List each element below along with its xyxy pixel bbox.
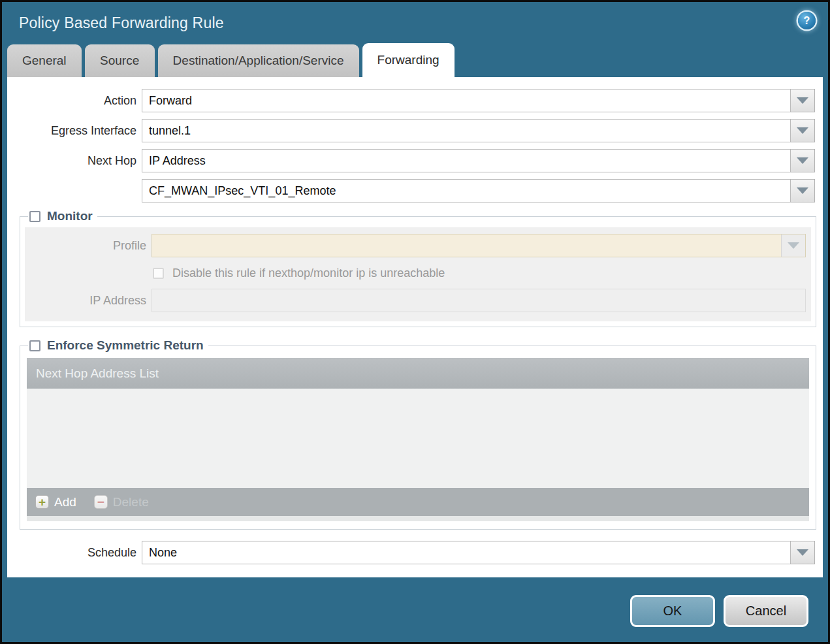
- action-dropdown-button[interactable]: [790, 89, 814, 112]
- tab-content-forwarding: Action Forward Egress Interface tunnel.1: [7, 77, 823, 577]
- dialog-window: Policy Based Forwarding Rule ? General S…: [0, 0, 830, 644]
- monitor-ip-address-label: IP Address: [25, 294, 146, 308]
- disable-rule-row: Disable this rule if nexthop/monitor ip …: [153, 263, 811, 283]
- monitor-group: Monitor Profile Disable: [20, 209, 816, 327]
- schedule-dropdown[interactable]: None: [142, 541, 815, 564]
- ok-button[interactable]: OK: [630, 595, 715, 627]
- table-scrollbar-track: [27, 516, 809, 521]
- cancel-button[interactable]: Cancel: [724, 595, 808, 627]
- policy-based-forwarding-dialog: Policy Based Forwarding Rule ? General S…: [2, 2, 828, 642]
- profile-label: Profile: [25, 239, 146, 253]
- monitor-checkbox[interactable]: [29, 211, 40, 222]
- tab-forwarding[interactable]: Forwarding: [362, 43, 455, 77]
- next-hop-address-list-header: Next Hop Address List: [27, 358, 809, 389]
- next-hop-address-value: CF_MWAN_IPsec_VTI_01_Remote: [142, 180, 790, 202]
- action-value: Forward: [142, 89, 790, 112]
- egress-interface-dropdown[interactable]: tunnel.1: [142, 119, 815, 142]
- next-hop-address-dropdown[interactable]: CF_MWAN_IPsec_VTI_01_Remote: [142, 179, 815, 202]
- dialog-footer: OK Cancel: [2, 577, 828, 642]
- profile-value: [152, 234, 781, 257]
- schedule-label: Schedule: [7, 546, 136, 560]
- schedule-value: None: [142, 541, 790, 564]
- chevron-down-icon: [788, 242, 799, 249]
- next-hop-type-value: IP Address: [142, 150, 790, 172]
- disable-rule-checkbox: [153, 268, 164, 279]
- action-row: Action Forward: [7, 89, 815, 112]
- next-hop-row: Next Hop IP Address: [7, 149, 815, 172]
- next-hop-label: Next Hop: [7, 154, 136, 168]
- tab-bar: General Source Destination/Application/S…: [2, 44, 828, 77]
- next-hop-address-row: CF_MWAN_IPsec_VTI_01_Remote: [7, 179, 815, 202]
- schedule-dropdown-button[interactable]: [790, 541, 814, 564]
- chevron-down-icon: [797, 157, 808, 164]
- next-hop-address-list-body: [27, 389, 809, 488]
- action-dropdown[interactable]: Forward: [142, 89, 815, 112]
- help-icon[interactable]: ?: [798, 12, 816, 29]
- enforce-symmetric-return-legend-label: Enforce Symmetric Return: [47, 338, 204, 353]
- next-hop-type-dropdown-button[interactable]: [790, 150, 814, 172]
- next-hop-address-dropdown-button[interactable]: [790, 180, 814, 202]
- minus-icon: −: [94, 495, 108, 509]
- tab-destination-application-service[interactable]: Destination/Application/Service: [158, 44, 359, 77]
- tab-general[interactable]: General: [7, 44, 82, 77]
- monitor-ip-address-row: IP Address: [25, 289, 806, 312]
- schedule-row: Schedule None: [7, 541, 815, 564]
- action-label: Action: [7, 94, 136, 108]
- egress-interface-row: Egress Interface tunnel.1: [7, 119, 815, 142]
- disable-rule-label: Disable this rule if nexthop/monitor ip …: [172, 266, 445, 280]
- delete-button: − Delete: [94, 495, 149, 509]
- profile-row: Profile: [25, 234, 806, 257]
- next-hop-type-dropdown[interactable]: IP Address: [142, 149, 815, 172]
- egress-interface-dropdown-button[interactable]: [790, 120, 814, 142]
- dialog-title: Policy Based Forwarding Rule: [19, 14, 224, 32]
- add-button[interactable]: + Add: [35, 495, 76, 509]
- egress-interface-value: tunnel.1: [142, 120, 790, 142]
- monitor-panel: Profile Disable this rule if nexthop/mon…: [25, 227, 811, 321]
- enforce-symmetric-return-legend: Enforce Symmetric Return: [28, 338, 208, 353]
- enforce-symmetric-return-group: Enforce Symmetric Return Next Hop Addres…: [20, 338, 816, 530]
- egress-interface-label: Egress Interface: [7, 124, 136, 138]
- monitor-ip-address-input: [152, 289, 806, 312]
- enforce-symmetric-return-checkbox[interactable]: [29, 340, 40, 351]
- chevron-down-icon: [797, 127, 808, 134]
- add-button-label: Add: [54, 495, 76, 509]
- chevron-down-icon: [797, 97, 808, 104]
- chevron-down-icon: [797, 549, 808, 556]
- monitor-legend: Monitor: [28, 209, 97, 223]
- chevron-down-icon: [797, 187, 808, 194]
- next-hop-address-list-table: Next Hop Address List + Add − Delete: [27, 358, 809, 521]
- plus-icon: +: [35, 495, 49, 509]
- title-bar: Policy Based Forwarding Rule ?: [2, 2, 828, 44]
- delete-button-label: Delete: [113, 495, 149, 509]
- monitor-legend-label: Monitor: [47, 209, 93, 223]
- tab-source[interactable]: Source: [85, 44, 155, 77]
- next-hop-address-list-toolbar: + Add − Delete: [27, 488, 809, 516]
- profile-dropdown: [152, 234, 806, 257]
- profile-dropdown-button: [781, 234, 805, 257]
